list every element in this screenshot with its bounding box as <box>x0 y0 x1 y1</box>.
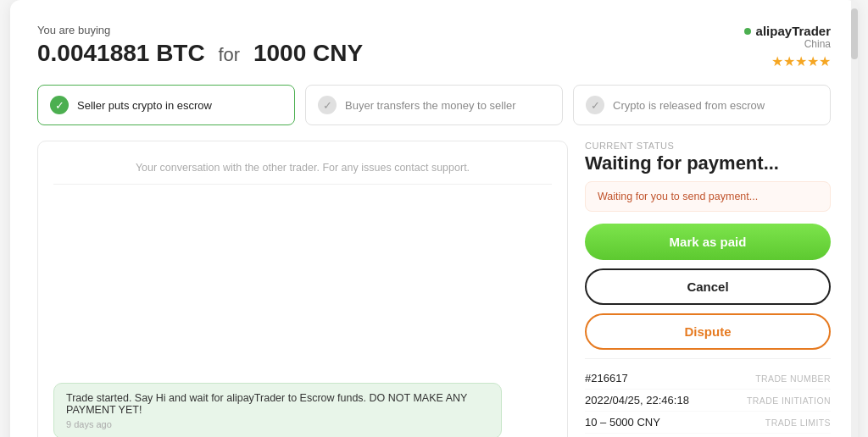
trader-info: alipayTrader China ★★★★★ <box>744 24 831 69</box>
for-text: for <box>218 44 240 65</box>
chat-bubble: Trade started. Say Hi and wait for alipa… <box>53 383 502 437</box>
status-label: CURRENT STATUS <box>585 141 831 151</box>
detail-row-3: 1 BTC = 1929973.05 CNY EXCHANGE RATE <box>585 434 831 437</box>
step-1: ✓ Seller puts crypto in escrow <box>37 85 295 125</box>
main-content: Your conversation with the other trader.… <box>37 141 831 437</box>
detail-label-1: TRADE INITIATION <box>747 396 831 406</box>
step-2: ✓ Buyer transfers the money to seller <box>305 85 563 125</box>
trader-country: China <box>744 38 831 50</box>
detail-row-1: 2022/04/25, 22:46:18 TRADE INITIATION <box>585 390 831 412</box>
cancel-button[interactable]: Cancel <box>585 268 831 305</box>
step-2-icon: ✓ <box>318 96 337 114</box>
buying-label: You are buying <box>37 24 363 36</box>
step-3: ✓ Crypto is released from escrow <box>573 85 831 125</box>
status-title: Waiting for payment... <box>585 152 831 174</box>
detail-label-0: TRADE NUMBER <box>755 373 831 384</box>
trade-details: #216617 TRADE NUMBER 2022/04/25, 22:46:1… <box>585 358 831 437</box>
top-bar: You are buying 0.0041881 BTC for 1000 CN… <box>37 24 831 69</box>
step-1-icon: ✓ <box>50 96 69 114</box>
bubble-text: Trade started. Say Hi and wait for alipa… <box>66 392 489 416</box>
chat-messages: Trade started. Say Hi and wait for alipa… <box>53 185 552 437</box>
trade-amount: 0.0041881 BTC for 1000 CNY <box>37 40 363 67</box>
detail-value-2: 10 – 5000 CNY <box>585 416 660 429</box>
detail-value-0: #216617 <box>585 372 628 384</box>
chat-time: 9 days ago <box>66 419 489 429</box>
btc-amount: 0.0041881 BTC <box>37 40 205 66</box>
step-3-label: Crypto is released from escrow <box>613 99 765 112</box>
cny-amount: 1000 CNY <box>253 40 363 66</box>
chat-panel: Your conversation with the other trader.… <box>37 141 568 437</box>
right-panel: CURRENT STATUS Waiting for payment... Wa… <box>585 141 831 437</box>
online-dot <box>744 28 751 35</box>
step-1-label: Seller puts crypto in escrow <box>77 99 212 112</box>
trader-name: alipayTrader <box>744 24 831 38</box>
trader-stars: ★★★★★ <box>744 53 831 69</box>
step-2-label: Buyer transfers the money to seller <box>345 99 516 112</box>
detail-row-2: 10 – 5000 CNY TRADE LIMITS <box>585 412 831 434</box>
detail-row-0: #216617 TRADE NUMBER <box>585 368 831 390</box>
status-notice: Waiting for you to send payment... <box>585 181 831 212</box>
dispute-button[interactable]: Dispute <box>585 313 831 350</box>
step-3-icon: ✓ <box>586 96 604 114</box>
status-section: CURRENT STATUS Waiting for payment... Wa… <box>585 141 831 215</box>
trade-header: You are buying 0.0041881 BTC for 1000 CN… <box>37 24 363 67</box>
mark-paid-button[interactable]: Mark as paid <box>585 224 831 260</box>
detail-label-2: TRADE LIMITS <box>765 418 831 428</box>
chat-hint: Your conversation with the other trader.… <box>53 155 552 185</box>
trader-name-text: alipayTrader <box>756 24 831 38</box>
chat-body: Your conversation with the other trader.… <box>38 141 567 437</box>
detail-value-1: 2022/04/25, 22:46:18 <box>585 394 689 407</box>
steps-row: ✓ Seller puts crypto in escrow ✓ Buyer t… <box>37 85 831 125</box>
